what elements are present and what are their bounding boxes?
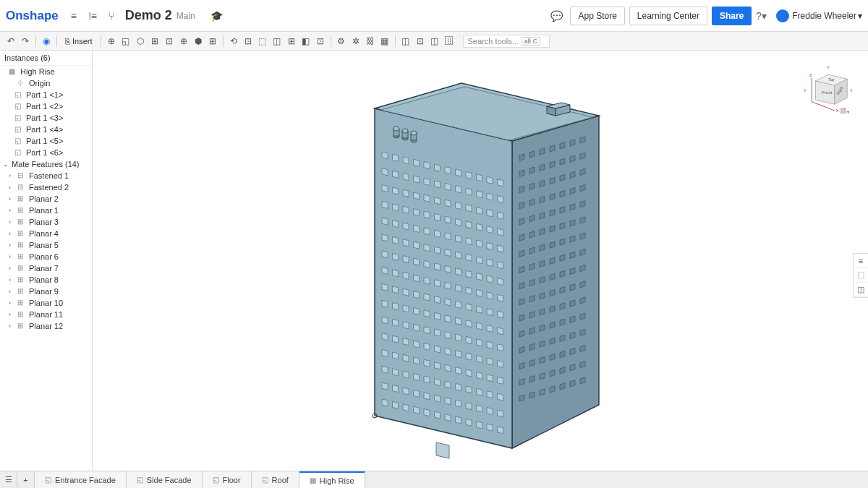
- tool-icon-10[interactable]: ⊡: [242, 35, 255, 48]
- app-store-button[interactable]: App Store: [570, 7, 624, 25]
- add-tab-icon[interactable]: +: [17, 471, 35, 488]
- help-icon[interactable]: ?▾: [754, 9, 768, 23]
- tool-icon-8[interactable]: ⊞: [206, 35, 219, 48]
- svg-rect-191: [456, 400, 461, 407]
- comment-icon[interactable]: 💬: [549, 9, 563, 23]
- tree-mate[interactable]: ›⊞Planar 4: [0, 228, 92, 239]
- branch-icon[interactable]: ⑂: [104, 9, 119, 23]
- origin-icon: ⊹: [17, 79, 26, 87]
- tool-icon-14[interactable]: ◧: [299, 35, 312, 48]
- undo-icon[interactable]: ↶: [4, 35, 17, 48]
- tool-icon-13[interactable]: ⊞: [285, 35, 298, 48]
- tree-icon[interactable]: ⁞≡: [85, 9, 100, 23]
- tree-mate[interactable]: ›⊞Planar 12: [0, 320, 92, 332]
- sketch-icon[interactable]: ◉: [40, 35, 53, 48]
- tool-icon-4[interactable]: ⊞: [148, 35, 161, 48]
- model-3d[interactable]: [367, 72, 686, 477]
- svg-rect-27: [498, 179, 503, 187]
- svg-rect-122: [487, 309, 493, 316]
- svg-rect-39: [498, 196, 503, 203]
- view-cube[interactable]: Front Right Top Z X ▾: [803, 65, 854, 116]
- tree-part[interactable]: ◱Part 1 <2>: [0, 100, 92, 112]
- tree-mate[interactable]: ›⊞Planar 7: [0, 262, 92, 274]
- tree-mate[interactable]: ›⊟Fastened 2: [0, 181, 92, 193]
- tree-mate[interactable]: ›⊞Planar 11: [0, 309, 92, 320]
- svg-rect-125: [393, 303, 399, 310]
- svg-rect-168: [466, 369, 472, 377]
- svg-rect-196: [382, 399, 388, 406]
- tab-high-rise[interactable]: ▦High Rise: [299, 471, 365, 488]
- viewport-3d[interactable]: Front Right Top Z X ▾ ≡ ⬚ ◫: [93, 51, 868, 471]
- tab-floor[interactable]: ◱Floor: [203, 471, 252, 488]
- tab-roof[interactable]: ◱Roof: [252, 471, 299, 488]
- tab-entrance-facade[interactable]: ◱Entrance Facade: [35, 471, 127, 488]
- tool-icon-1[interactable]: ⊕: [105, 35, 118, 48]
- tool-icon-15[interactable]: ⊡: [314, 35, 327, 48]
- redo-icon[interactable]: ↷: [19, 35, 32, 48]
- display-mode-icon[interactable]: ⬚: [854, 268, 868, 283]
- graduation-icon[interactable]: 🎓: [210, 9, 224, 23]
- tree-mate[interactable]: ›⊞Planar 2: [0, 193, 92, 205]
- panel-toggle-icon[interactable]: ≡: [854, 254, 868, 268]
- logo[interactable]: Onshape: [6, 9, 59, 23]
- share-button[interactable]: Share: [712, 7, 752, 25]
- tool-icon-7[interactable]: ⬢: [192, 35, 205, 48]
- document-title[interactable]: Demo 2: [125, 8, 172, 23]
- tab-menu-icon[interactable]: ☰: [0, 471, 17, 488]
- chevron-right-icon: ›: [9, 207, 16, 214]
- chevron-right-icon: ›: [9, 322, 16, 330]
- svg-rect-126: [403, 305, 409, 312]
- tree-mate[interactable]: ›⊞Planar 6: [0, 251, 92, 262]
- branch-label[interactable]: Main: [176, 11, 195, 21]
- svg-rect-100: [382, 267, 388, 275]
- instances-header[interactable]: Instances (6): [0, 51, 92, 66]
- tool-icon-23[interactable]: ⿲: [443, 35, 456, 48]
- user-menu[interactable]: Freddie Wheeler ▾: [776, 9, 862, 22]
- svg-rect-183: [498, 393, 503, 401]
- tree-part[interactable]: ◱Part 1 <6>: [0, 147, 92, 158]
- mate-features-header[interactable]: ⌄Mate Features (14): [0, 158, 92, 170]
- tree-mate[interactable]: ›⊞Planar 3: [0, 216, 92, 228]
- tree-mate[interactable]: ›⊞Planar 8: [0, 274, 92, 286]
- tree-origin[interactable]: ⊹Origin: [0, 77, 92, 89]
- svg-rect-34: [445, 183, 451, 190]
- tree-part[interactable]: ◱Part 1 <3>: [0, 112, 92, 124]
- svg-rect-108: [466, 287, 472, 294]
- hamburger-icon[interactable]: ≡: [67, 9, 81, 23]
- chevron-right-icon: ›: [9, 253, 16, 260]
- tool-icon-21[interactable]: ⊡: [414, 35, 427, 48]
- tree-mate[interactable]: ›⊞Planar 1: [0, 205, 92, 216]
- tool-icon-9[interactable]: ⟲: [227, 35, 240, 48]
- isolate-icon[interactable]: ◫: [854, 283, 868, 297]
- tree-part[interactable]: ◱Part 1 <5>: [0, 135, 92, 147]
- tree-mate[interactable]: ›⊞Planar 9: [0, 286, 92, 297]
- insert-button[interactable]: ⎘Insert: [61, 35, 97, 47]
- tool-icon-2[interactable]: ◱: [119, 35, 132, 48]
- tool-icon-6[interactable]: ⊕: [177, 35, 190, 48]
- learning-center-button[interactable]: Learning Center: [629, 7, 707, 25]
- tool-icon-17[interactable]: ✲: [349, 35, 362, 48]
- tool-icon-22[interactable]: ◫: [428, 35, 441, 48]
- svg-rect-48: [466, 205, 472, 212]
- tree-root[interactable]: ▦High Rise: [0, 66, 92, 77]
- svg-rect-75: [498, 245, 503, 252]
- tree-mate[interactable]: ›⊟Fastened 1: [0, 170, 92, 181]
- tree-part[interactable]: ◱Part 1 <4>: [0, 124, 92, 135]
- tool-icon-16[interactable]: ⚙: [335, 35, 348, 48]
- tool-icon-3[interactable]: ⬡: [134, 35, 147, 48]
- planar-icon: ⊞: [17, 252, 26, 261]
- tree-part[interactable]: ◱Part 1 <1>: [0, 89, 92, 100]
- tool-icon-11[interactable]: ⬚: [256, 35, 269, 48]
- search-tools-input[interactable]: Search tools... alt C: [463, 35, 550, 48]
- chevron-right-icon: ›: [9, 299, 16, 307]
- tool-icon-5[interactable]: ⊡: [163, 35, 176, 48]
- tool-icon-19[interactable]: ▦: [378, 35, 391, 48]
- tree-mate[interactable]: ›⊞Planar 10: [0, 297, 92, 309]
- svg-rect-65: [393, 221, 399, 228]
- tool-icon-12[interactable]: ◫: [271, 35, 284, 48]
- tree-mate[interactable]: ›⊞Planar 5: [0, 239, 92, 251]
- svg-rect-201: [435, 411, 441, 419]
- tab-side-facade[interactable]: ◱Side Facade: [127, 471, 203, 488]
- tool-icon-20[interactable]: ◫: [399, 35, 412, 48]
- tool-icon-18[interactable]: ⛓: [364, 35, 377, 48]
